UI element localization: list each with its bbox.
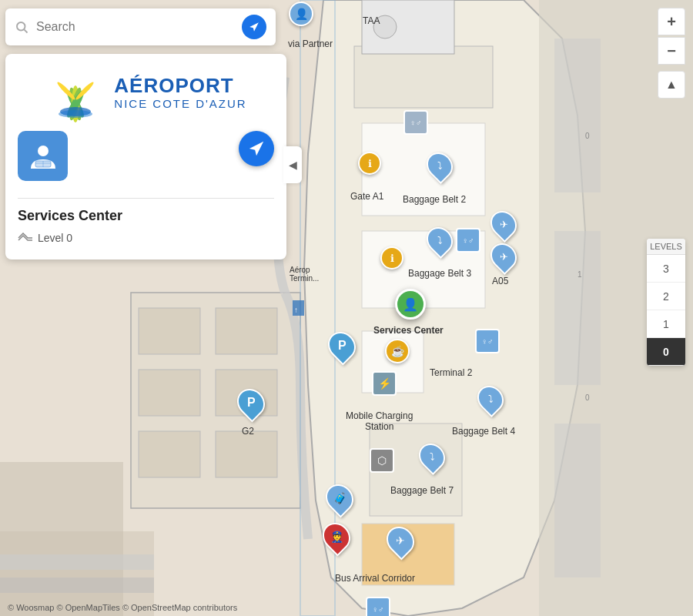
svg-rect-15 <box>216 431 277 477</box>
map-container: 0 1 0 ↑ Gate A1 Baggage Belt 2 Baggage B… <box>0 0 693 616</box>
charging-marker[interactable]: ⚡ <box>372 371 397 396</box>
airport-logo-emblem <box>45 62 106 123</box>
zoom-in-button[interactable]: + <box>658 8 685 35</box>
logo-text-area: AÉROPORT NICE COTE D'AZUR <box>114 75 246 110</box>
luggage-marker[interactable]: 🧳 <box>326 484 353 513</box>
airport-logo-area: AÉROPORT NICE COTE D'AZUR <box>5 54 286 131</box>
svg-rect-12 <box>139 431 200 477</box>
coffee-marker[interactable]: ☕ <box>385 339 410 363</box>
person-top-marker[interactable]: 👤 <box>289 2 313 26</box>
svg-point-40 <box>59 110 92 118</box>
zoom-out-button[interactable]: − <box>658 37 685 65</box>
svg-text:1: 1 <box>578 270 582 279</box>
svg-text:0: 0 <box>585 132 590 140</box>
toilet-terminal-marker[interactable]: ♀♂ <box>475 329 500 353</box>
service-center-icon <box>28 141 59 172</box>
levels-panel: LEVELS 3 2 1 0 <box>647 239 685 366</box>
svg-point-41 <box>38 146 49 156</box>
arrival-marker[interactable]: ✈ <box>387 526 413 555</box>
service-icon-box <box>18 131 68 181</box>
level-info: Level 0 <box>18 232 274 244</box>
search-location-button[interactable] <box>242 15 266 39</box>
svg-line-31 <box>24 29 27 32</box>
svg-rect-21 <box>554 38 601 192</box>
search-bar <box>5 8 276 45</box>
gate-a1-marker[interactable]: ℹ <box>358 152 381 175</box>
compass-icon: ▲ <box>665 78 678 92</box>
collapse-panel-button[interactable]: ◀ <box>283 146 302 183</box>
parking-1-marker[interactable]: P <box>329 331 355 360</box>
info-panel: AÉROPORT NICE COTE D'AZUR <box>5 54 286 259</box>
levels-label: LEVELS <box>647 239 685 255</box>
map-controls: + − ▲ <box>658 8 685 99</box>
airport-name-line1: AÉROPORT <box>114 75 246 97</box>
toilet-top-marker[interactable]: ♀♂ <box>403 110 428 135</box>
toilet-mid-marker[interactable]: ♀♂ <box>425 228 480 253</box>
location-arrow-icon <box>249 22 259 32</box>
svg-point-30 <box>17 22 25 31</box>
location-button[interactable] <box>239 131 274 166</box>
svg-rect-16 <box>0 554 154 570</box>
baggage-a05-marker1[interactable]: ✈ <box>491 210 516 238</box>
panel-divider <box>18 198 274 199</box>
logo-area: AÉROPORT NICE COTE D'AZUR <box>45 62 246 123</box>
svg-text:0: 0 <box>585 393 590 402</box>
panel-content: Services Center Level 0 <box>5 189 286 244</box>
gate-info-2-marker[interactable]: ℹ <box>380 246 403 270</box>
svg-text:↑: ↑ <box>294 306 298 314</box>
parking-2-marker[interactable]: P <box>238 388 264 417</box>
level-2-button[interactable]: 2 <box>647 283 685 310</box>
svg-rect-22 <box>554 231 601 385</box>
search-icon <box>15 20 28 34</box>
security-marker[interactable]: 👮 <box>323 522 350 551</box>
svg-point-19 <box>373 15 397 38</box>
location-icon <box>248 140 265 157</box>
search-input[interactable] <box>36 20 242 34</box>
map-attribution: © Woosmap © OpenMapTiles © OpenStreetMap… <box>8 603 237 612</box>
collapse-icon: ◀ <box>289 159 297 171</box>
compass-button[interactable]: ▲ <box>658 71 685 99</box>
svg-rect-10 <box>139 308 200 354</box>
level-0-button[interactable]: 0 <box>647 338 685 366</box>
level-icon <box>18 233 33 243</box>
baggage-belt-2-marker[interactable]: ⤵ <box>427 152 452 179</box>
airport-name-line2: NICE COTE D'AZUR <box>114 97 246 110</box>
people-bottom-marker[interactable]: ♀♂ <box>366 597 390 616</box>
svg-rect-23 <box>554 424 601 578</box>
svg-rect-13 <box>216 308 277 354</box>
baggage-a05-marker2[interactable]: ✈ <box>491 243 516 270</box>
baggage-belt-4-marker[interactable]: ⤵ <box>478 385 503 413</box>
baggage-belt-7-marker[interactable]: ⤵ <box>420 443 444 470</box>
svg-rect-11 <box>139 370 200 416</box>
level-3-button[interactable]: 3 <box>647 255 685 283</box>
service-name: Services Center <box>18 208 274 224</box>
info-desk-marker[interactable]: ⬡ <box>370 448 394 473</box>
level-1-button[interactable]: 1 <box>647 310 685 338</box>
svg-rect-3 <box>354 46 493 108</box>
services-center-marker[interactable]: 👤 <box>395 289 426 320</box>
level-text: Level 0 <box>38 232 72 244</box>
svg-rect-17 <box>0 578 154 593</box>
